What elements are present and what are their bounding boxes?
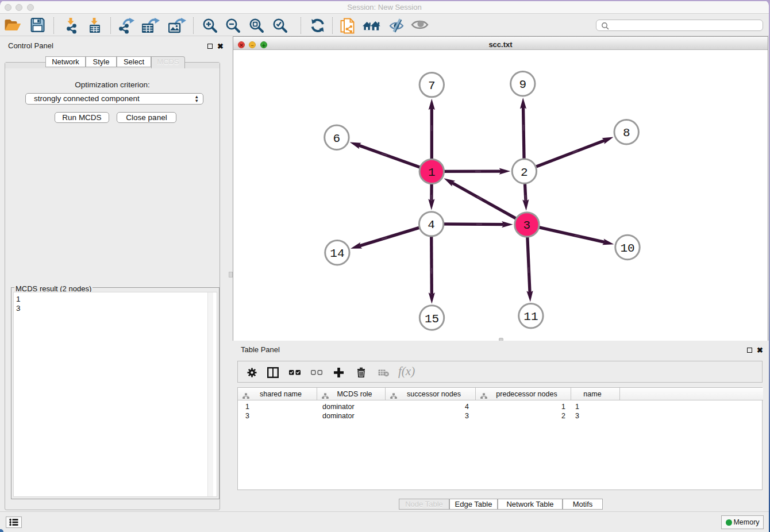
svg-text:10: 10 [620,242,634,255]
svg-text:3: 3 [523,219,531,232]
svg-text:14: 14 [330,247,344,260]
svg-text:8: 8 [623,126,630,140]
svg-text:4: 4 [428,218,435,232]
svg-text:11: 11 [523,310,538,323]
svg-text:9: 9 [519,78,526,91]
svg-text:7: 7 [428,79,436,92]
svg-text:6: 6 [333,132,341,145]
svg-text:1: 1 [428,165,436,179]
svg-text:2: 2 [521,165,528,179]
svg-text:15: 15 [425,312,439,325]
